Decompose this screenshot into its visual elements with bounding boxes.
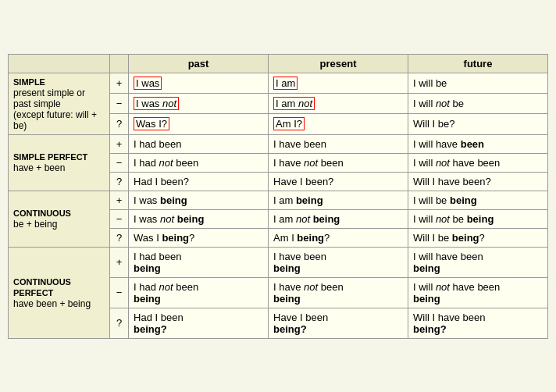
future-cell: I will be (408, 73, 548, 93)
future-cell: Will I be? (408, 114, 548, 134)
future-cell: Will I have been? (408, 172, 548, 191)
symbol-cell: ? (110, 172, 129, 191)
future-cell: I will have been being (408, 247, 548, 277)
category-cell: CONTINUOUS PERFECThave been + being (9, 247, 110, 338)
future-cell: I will be being (408, 191, 548, 209)
future-cell: Will I be being? (408, 228, 548, 247)
category-cell: CONTINUOUSbe + being (9, 191, 110, 247)
past-cell: I was being (129, 191, 269, 209)
header-future: future (408, 54, 548, 73)
symbol-cell: + (110, 134, 129, 153)
symbol-cell: − (110, 153, 129, 172)
past-cell: I had been being (129, 247, 269, 277)
future-cell: I will not be (408, 93, 548, 113)
present-cell: Have I been being? (269, 308, 408, 338)
past-cell: Had I been being? (129, 308, 269, 338)
past-cell: I had not been being (129, 277, 269, 308)
header-present: present (269, 54, 408, 73)
past-cell: I was not (129, 93, 269, 113)
symbol-cell: ? (110, 228, 129, 247)
future-cell: Will I have been being? (408, 308, 548, 338)
present-cell: I have been being (269, 247, 408, 277)
present-cell: I am being (269, 191, 408, 209)
past-cell: I was (129, 73, 269, 93)
symbol-cell: ? (110, 114, 129, 134)
future-cell: I will not have been (408, 153, 548, 172)
present-cell: I have not been being (269, 277, 408, 308)
future-cell: I will not be being (408, 209, 548, 228)
symbol-cell: + (110, 247, 129, 277)
past-cell: I was not being (129, 209, 269, 228)
symbol-cell: + (110, 73, 129, 93)
past-cell: I had been (129, 134, 269, 153)
present-cell: I am (269, 73, 408, 93)
past-cell: I had not been (129, 153, 269, 172)
symbol-cell: − (110, 93, 129, 113)
symbol-cell: − (110, 209, 129, 228)
header-symbol (110, 54, 129, 73)
present-cell: Am I being? (269, 228, 408, 247)
symbol-cell: − (110, 277, 129, 308)
present-cell: I am not being (269, 209, 408, 228)
present-cell: I have not been (269, 153, 408, 172)
category-cell: SIMPLE PERFECThave + been (9, 134, 110, 191)
past-cell: Was I being? (129, 228, 269, 247)
present-cell: I have been (269, 134, 408, 153)
category-cell: SIMPLEpresent simple or past simple(exce… (9, 73, 110, 134)
symbol-cell: ? (110, 308, 129, 338)
present-cell: Have I been? (269, 172, 408, 191)
header-category (9, 54, 110, 73)
future-cell: I will have been (408, 134, 548, 153)
header-past: past (129, 54, 269, 73)
past-cell: Was I? (129, 114, 269, 134)
grammar-table: past present future SIMPLEpresent simple… (8, 54, 548, 339)
present-cell: Am I? (269, 114, 408, 134)
present-cell: I am not (269, 93, 408, 113)
symbol-cell: + (110, 191, 129, 209)
future-cell: I will not have been being (408, 277, 548, 308)
past-cell: Had I been? (129, 172, 269, 191)
